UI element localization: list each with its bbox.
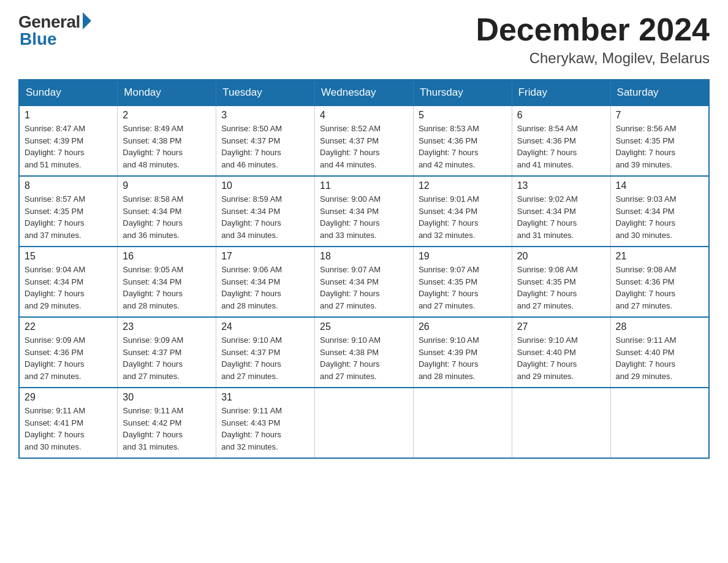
day-number: 26 xyxy=(419,321,507,332)
day-number: 25 xyxy=(320,321,408,332)
calendar-week-row: 15Sunrise: 9:04 AMSunset: 4:34 PMDayligh… xyxy=(19,247,709,317)
calendar-cell xyxy=(315,388,414,458)
day-info: Sunrise: 8:59 AMSunset: 4:34 PMDaylight:… xyxy=(221,193,309,241)
day-number: 22 xyxy=(25,321,112,332)
calendar-cell: 25Sunrise: 9:10 AMSunset: 4:38 PMDayligh… xyxy=(315,317,414,388)
logo-blue-text: Blue xyxy=(18,29,57,49)
day-number: 15 xyxy=(25,251,112,262)
day-number: 11 xyxy=(320,180,408,191)
calendar-cell: 3Sunrise: 8:50 AMSunset: 4:37 PMDaylight… xyxy=(216,105,315,176)
day-info: Sunrise: 8:53 AMSunset: 4:36 PMDaylight:… xyxy=(419,123,507,170)
weekday-header-tuesday: Tuesday xyxy=(216,80,315,105)
weekday-header-wednesday: Wednesday xyxy=(315,80,414,105)
calendar-cell: 30Sunrise: 9:11 AMSunset: 4:42 PMDayligh… xyxy=(118,388,216,458)
day-number: 28 xyxy=(616,321,703,332)
day-number: 23 xyxy=(123,321,211,332)
day-number: 8 xyxy=(25,180,112,191)
calendar-cell: 31Sunrise: 9:11 AMSunset: 4:43 PMDayligh… xyxy=(216,388,315,458)
calendar-cell xyxy=(512,388,610,458)
day-info: Sunrise: 9:02 AMSunset: 4:34 PMDaylight:… xyxy=(517,193,605,241)
day-info: Sunrise: 8:49 AMSunset: 4:38 PMDaylight:… xyxy=(123,123,211,170)
calendar-cell: 14Sunrise: 9:03 AMSunset: 4:34 PMDayligh… xyxy=(610,176,709,247)
day-info: Sunrise: 9:06 AMSunset: 4:34 PMDaylight:… xyxy=(221,264,309,312)
day-info: Sunrise: 9:11 AMSunset: 4:40 PMDaylight:… xyxy=(616,334,703,382)
day-number: 3 xyxy=(221,110,309,121)
day-number: 30 xyxy=(123,392,211,403)
calendar-cell: 27Sunrise: 9:10 AMSunset: 4:40 PMDayligh… xyxy=(512,317,610,388)
day-info: Sunrise: 9:04 AMSunset: 4:34 PMDaylight:… xyxy=(25,264,112,312)
day-number: 31 xyxy=(221,392,309,403)
day-number: 21 xyxy=(616,251,703,262)
calendar-week-row: 29Sunrise: 9:11 AMSunset: 4:41 PMDayligh… xyxy=(19,388,709,458)
day-number: 5 xyxy=(419,110,507,121)
calendar-cell: 4Sunrise: 8:52 AMSunset: 4:37 PMDaylight… xyxy=(315,105,414,176)
calendar-cell: 12Sunrise: 9:01 AMSunset: 4:34 PMDayligh… xyxy=(413,176,512,247)
calendar-cell: 13Sunrise: 9:02 AMSunset: 4:34 PMDayligh… xyxy=(512,176,610,247)
calendar-cell: 20Sunrise: 9:08 AMSunset: 4:35 PMDayligh… xyxy=(512,247,610,317)
calendar-cell: 17Sunrise: 9:06 AMSunset: 4:34 PMDayligh… xyxy=(216,247,315,317)
day-number: 27 xyxy=(517,321,605,332)
calendar-cell: 9Sunrise: 8:58 AMSunset: 4:34 PMDaylight… xyxy=(118,176,216,247)
day-number: 2 xyxy=(123,110,211,121)
location-subtitle: Cherykaw, Mogilev, Belarus xyxy=(476,50,710,67)
weekday-header-thursday: Thursday xyxy=(413,80,512,105)
logo-triangle-icon xyxy=(83,12,91,29)
day-info: Sunrise: 8:47 AMSunset: 4:39 PMDaylight:… xyxy=(25,123,112,170)
day-info: Sunrise: 8:57 AMSunset: 4:35 PMDaylight:… xyxy=(25,193,112,241)
calendar-cell: 5Sunrise: 8:53 AMSunset: 4:36 PMDaylight… xyxy=(413,105,512,176)
day-info: Sunrise: 9:08 AMSunset: 4:36 PMDaylight:… xyxy=(616,264,703,312)
day-number: 13 xyxy=(517,180,605,191)
day-info: Sunrise: 9:03 AMSunset: 4:34 PMDaylight:… xyxy=(616,193,703,241)
calendar-cell: 19Sunrise: 9:07 AMSunset: 4:35 PMDayligh… xyxy=(413,247,512,317)
day-number: 14 xyxy=(616,180,703,191)
calendar-cell: 10Sunrise: 8:59 AMSunset: 4:34 PMDayligh… xyxy=(216,176,315,247)
day-info: Sunrise: 9:10 AMSunset: 4:39 PMDaylight:… xyxy=(419,334,507,382)
day-info: Sunrise: 8:54 AMSunset: 4:36 PMDaylight:… xyxy=(517,123,605,170)
day-info: Sunrise: 9:10 AMSunset: 4:38 PMDaylight:… xyxy=(320,334,408,382)
calendar-cell: 22Sunrise: 9:09 AMSunset: 4:36 PMDayligh… xyxy=(19,317,118,388)
calendar-cell: 18Sunrise: 9:07 AMSunset: 4:34 PMDayligh… xyxy=(315,247,414,317)
day-info: Sunrise: 9:10 AMSunset: 4:40 PMDaylight:… xyxy=(517,334,605,382)
calendar-cell: 15Sunrise: 9:04 AMSunset: 4:34 PMDayligh… xyxy=(19,247,118,317)
day-number: 4 xyxy=(320,110,408,121)
logo: General Blue xyxy=(18,12,91,49)
day-number: 24 xyxy=(221,321,309,332)
calendar-cell xyxy=(413,388,512,458)
day-number: 20 xyxy=(517,251,605,262)
day-number: 16 xyxy=(123,251,211,262)
weekday-header-saturday: Saturday xyxy=(610,80,709,105)
day-info: Sunrise: 9:01 AMSunset: 4:34 PMDaylight:… xyxy=(419,193,507,241)
day-number: 17 xyxy=(221,251,309,262)
day-number: 6 xyxy=(517,110,605,121)
day-info: Sunrise: 8:56 AMSunset: 4:35 PMDaylight:… xyxy=(616,123,703,170)
day-info: Sunrise: 9:07 AMSunset: 4:35 PMDaylight:… xyxy=(419,264,507,312)
day-info: Sunrise: 9:05 AMSunset: 4:34 PMDaylight:… xyxy=(123,264,211,312)
day-info: Sunrise: 9:11 AMSunset: 4:43 PMDaylight:… xyxy=(221,405,309,453)
weekday-header-sunday: Sunday xyxy=(19,80,118,105)
calendar-cell: 28Sunrise: 9:11 AMSunset: 4:40 PMDayligh… xyxy=(610,317,709,388)
day-number: 18 xyxy=(320,251,408,262)
page-header: General Blue December 2024 Cherykaw, Mog… xyxy=(18,12,710,67)
calendar-table: SundayMondayTuesdayWednesdayThursdayFrid… xyxy=(18,79,710,459)
day-info: Sunrise: 9:07 AMSunset: 4:34 PMDaylight:… xyxy=(320,264,408,312)
calendar-cell: 1Sunrise: 8:47 AMSunset: 4:39 PMDaylight… xyxy=(19,105,118,176)
calendar-cell: 29Sunrise: 9:11 AMSunset: 4:41 PMDayligh… xyxy=(19,388,118,458)
day-number: 1 xyxy=(25,110,112,121)
calendar-cell: 21Sunrise: 9:08 AMSunset: 4:36 PMDayligh… xyxy=(610,247,709,317)
day-info: Sunrise: 8:52 AMSunset: 4:37 PMDaylight:… xyxy=(320,123,408,170)
day-info: Sunrise: 9:09 AMSunset: 4:36 PMDaylight:… xyxy=(25,334,112,382)
calendar-week-row: 1Sunrise: 8:47 AMSunset: 4:39 PMDaylight… xyxy=(19,105,709,176)
calendar-cell: 23Sunrise: 9:09 AMSunset: 4:37 PMDayligh… xyxy=(118,317,216,388)
weekday-header-friday: Friday xyxy=(512,80,610,105)
calendar-cell: 26Sunrise: 9:10 AMSunset: 4:39 PMDayligh… xyxy=(413,317,512,388)
day-info: Sunrise: 9:09 AMSunset: 4:37 PMDaylight:… xyxy=(123,334,211,382)
day-info: Sunrise: 9:10 AMSunset: 4:37 PMDaylight:… xyxy=(221,334,309,382)
day-info: Sunrise: 8:50 AMSunset: 4:37 PMDaylight:… xyxy=(221,123,309,170)
calendar-cell xyxy=(610,388,709,458)
day-number: 19 xyxy=(419,251,507,262)
calendar-week-row: 22Sunrise: 9:09 AMSunset: 4:36 PMDayligh… xyxy=(19,317,709,388)
calendar-cell: 8Sunrise: 8:57 AMSunset: 4:35 PMDaylight… xyxy=(19,176,118,247)
day-number: 10 xyxy=(221,180,309,191)
day-info: Sunrise: 9:00 AMSunset: 4:34 PMDaylight:… xyxy=(320,193,408,241)
calendar-cell: 24Sunrise: 9:10 AMSunset: 4:37 PMDayligh… xyxy=(216,317,315,388)
